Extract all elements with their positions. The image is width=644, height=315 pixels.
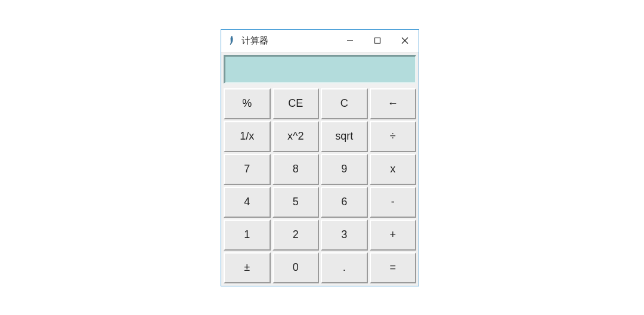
calculator-content: % CE C ← 1/x x^2 sqrt ÷ 7 8 9 x 4 5 6 - … xyxy=(221,52,419,286)
svg-rect-1 xyxy=(375,38,380,44)
calculator-window: 计算器 % CE C ← 1/x x^2 sqrt ÷ 7 8 9 xyxy=(221,29,419,286)
digit-0-button[interactable]: 0 xyxy=(273,252,320,283)
divide-button[interactable]: ÷ xyxy=(370,121,417,152)
window-controls xyxy=(336,30,419,52)
square-button[interactable]: x^2 xyxy=(273,121,320,152)
clear-entry-button[interactable]: CE xyxy=(273,88,320,119)
backspace-button[interactable]: ← xyxy=(370,88,417,119)
digit-6-button[interactable]: 6 xyxy=(321,187,368,218)
display-field[interactable] xyxy=(224,55,416,84)
window-title: 计算器 xyxy=(242,35,336,47)
digit-4-button[interactable]: 4 xyxy=(224,187,271,218)
digit-2-button[interactable]: 2 xyxy=(273,220,320,251)
equals-button[interactable]: = xyxy=(370,252,417,283)
reciprocal-button[interactable]: 1/x xyxy=(224,121,271,152)
digit-3-button[interactable]: 3 xyxy=(321,220,368,251)
digit-8-button[interactable]: 8 xyxy=(273,154,320,185)
clear-button[interactable]: C xyxy=(321,88,368,119)
sqrt-button[interactable]: sqrt xyxy=(321,121,368,152)
titlebar[interactable]: 计算器 xyxy=(221,30,419,52)
digit-9-button[interactable]: 9 xyxy=(321,154,368,185)
percent-button[interactable]: % xyxy=(224,88,271,119)
decimal-button[interactable]: . xyxy=(321,252,368,283)
digit-5-button[interactable]: 5 xyxy=(273,187,320,218)
app-icon xyxy=(227,35,237,47)
negate-button[interactable]: ± xyxy=(224,252,271,283)
maximize-button[interactable] xyxy=(364,30,391,52)
digit-7-button[interactable]: 7 xyxy=(224,154,271,185)
subtract-button[interactable]: - xyxy=(370,187,417,218)
add-button[interactable]: + xyxy=(370,220,417,251)
digit-1-button[interactable]: 1 xyxy=(224,220,271,251)
minimize-button[interactable] xyxy=(336,30,364,52)
close-button[interactable] xyxy=(391,30,419,52)
multiply-button[interactable]: x xyxy=(370,154,417,185)
button-grid: % CE C ← 1/x x^2 sqrt ÷ 7 8 9 x 4 5 6 - … xyxy=(224,88,416,283)
